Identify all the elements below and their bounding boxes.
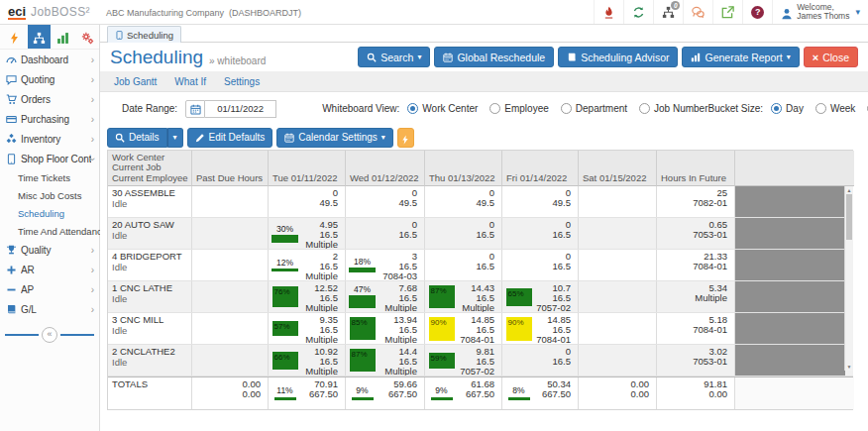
sidebar-item-quoting[interactable]: Quoting› <box>0 69 99 89</box>
date-range-input[interactable] <box>205 100 276 118</box>
day-cell[interactable]: 12%216.5Multiple <box>269 250 346 280</box>
day-cell[interactable]: 016.5 <box>425 218 502 249</box>
day-cell[interactable]: 66%10.9216.5Multiple <box>269 345 346 376</box>
day-cell[interactable] <box>579 186 657 217</box>
scroll-up-arrow[interactable]: ▲ <box>847 186 852 194</box>
day-cell[interactable]: 90%14.8516.57084-01 <box>502 313 579 344</box>
day-cell[interactable]: 57%9.3516.5Multiple <box>269 313 346 344</box>
day-cell[interactable]: 59%9.8116.57057-02 <box>425 345 502 376</box>
day-cell[interactable]: 016.5 <box>502 345 579 376</box>
day-cell[interactable]: 47%7.6816.5Multiple <box>346 281 425 312</box>
work-center-cell[interactable]: 30 ASSEMBLEIdle <box>108 186 192 217</box>
external-link-icon[interactable] <box>712 0 742 24</box>
global-reschedule-button[interactable]: Global Reschedule <box>434 47 554 67</box>
tab-scheduling[interactable]: Scheduling <box>107 26 181 43</box>
help-icon[interactable]: ? <box>742 0 772 24</box>
view-radio-employee[interactable]: Employee <box>489 103 548 114</box>
sidebar-item-orders[interactable]: Orders› <box>0 89 99 109</box>
day-cell[interactable]: 9%59.66667.50 <box>346 377 425 409</box>
refresh-icon[interactable] <box>623 0 653 24</box>
vertical-scrollbar[interactable]: ▲▼ <box>844 186 853 371</box>
bucket-radio-day[interactable]: Day <box>771 103 804 114</box>
subnav-link-job-gantt[interactable]: Job Gantt <box>114 76 157 87</box>
sidebar-subitem-time-and-attendance[interactable]: Time And Attendance <box>0 222 99 240</box>
sidebar-item-inventory[interactable]: Inventory› <box>0 129 99 149</box>
scrollbar-thumb[interactable] <box>846 194 852 240</box>
details-dropdown-button[interactable]: ▾ <box>167 128 183 148</box>
day-cell[interactable]: 049.5 <box>425 186 502 217</box>
day-cell[interactable] <box>579 218 657 249</box>
app-tab-quick-actions[interactable] <box>3 25 26 49</box>
load-percent-label: 87% <box>352 350 368 359</box>
day-cell[interactable]: 016.5 <box>425 250 502 280</box>
close-button[interactable]: × Close <box>804 47 858 67</box>
scheduling-advisor-button[interactable]: Scheduling Advisor <box>558 47 678 67</box>
lightning-button[interactable] <box>397 128 414 148</box>
day-cell[interactable]: 8%50.34667.50 <box>502 377 579 409</box>
day-cell[interactable]: 30%4.9516.5Multiple <box>269 218 346 249</box>
chat-icon[interactable] <box>683 0 712 24</box>
sidebar-item-label: Quoting <box>21 74 91 85</box>
subnav-link-what-if[interactable]: What If <box>174 76 206 87</box>
work-center-cell[interactable]: 2 CNCLATHE2Idle <box>108 345 192 376</box>
generate-report-button[interactable]: Generate Report ▾ <box>682 47 799 67</box>
calendar-settings-button[interactable]: Calendar Settings ▾ <box>276 128 393 148</box>
search-button[interactable]: Search ▾ <box>358 47 430 67</box>
day-cell[interactable]: 65%10.716.57057-02 <box>502 281 579 312</box>
sidebar-subitem-misc-job-costs[interactable]: Misc Job Costs <box>0 186 99 204</box>
day-cell[interactable]: 016.5 <box>346 218 425 249</box>
sidebar-item-dashboard[interactable]: Dashboard› <box>0 50 99 69</box>
sidebar-item-purchasing[interactable]: Purchasing› <box>0 109 99 129</box>
bucket-size-label: Bucket Size: <box>708 103 764 114</box>
day-cell[interactable] <box>579 345 657 376</box>
bucket-radio-week[interactable]: Week <box>815 103 855 114</box>
sidebar-item-ar[interactable]: AR› <box>0 260 99 279</box>
day-cell[interactable]: 85%13.9416.5Multiple <box>346 313 425 344</box>
day-cell[interactable]: 0.000.00 <box>579 377 657 409</box>
day-cell[interactable]: 049.5 <box>502 186 579 217</box>
load-percent-label: 85% <box>352 318 368 327</box>
bar-chart-icon <box>56 31 69 44</box>
user-menu[interactable]: Welcome,James Thoms ▾ <box>772 0 868 24</box>
day-cell[interactable]: 11%70.91667.50 <box>269 377 346 409</box>
day-cell[interactable]: 87%14.4316.5Multiple <box>425 281 502 312</box>
sidebar-item-ap[interactable]: AP› <box>0 279 99 299</box>
day-cell[interactable]: 76%12.5216.5Multiple <box>269 281 346 312</box>
day-cell[interactable]: 9%61.68667.50 <box>425 377 502 409</box>
date-picker-button[interactable] <box>185 100 205 118</box>
sidebar-item-quality[interactable]: Quality› <box>0 240 99 260</box>
sidebar-subitem-time-tickets[interactable]: Time Tickets <box>0 168 99 186</box>
load-bar-zone <box>502 186 535 217</box>
day-cell[interactable]: 016.5 <box>502 218 579 249</box>
subnav-link-settings[interactable]: Settings <box>224 76 260 87</box>
work-center-cell[interactable]: 20 AUTO SAWIdle <box>108 218 192 249</box>
app-tab-reports[interactable] <box>53 25 75 49</box>
work-center-cell[interactable]: 3 CNC MILLIdle <box>108 313 192 344</box>
day-cell[interactable]: 90%14.8516.57084-01 <box>425 313 502 344</box>
sidebar-collapse-button[interactable]: « <box>42 327 57 343</box>
view-radio-department[interactable]: Department <box>561 103 627 114</box>
org-chart-icon[interactable]: 0 <box>653 0 683 24</box>
day-cell[interactable] <box>579 250 657 280</box>
day-cell[interactable]: 016.5 <box>502 250 579 280</box>
sidebar-item-g-l[interactable]: G/L› <box>0 299 99 319</box>
app-tab-modules[interactable] <box>28 25 51 49</box>
sidebar-item-shop-floor-control[interactable]: Shop Floor Control› <box>0 149 99 168</box>
day-cell[interactable]: 87%14.416.5Multiple <box>346 345 425 376</box>
edit-defaults-button[interactable]: Edit Defaults <box>187 128 273 148</box>
app-tab-system-settings[interactable] <box>76 25 99 49</box>
top-icon-bar: 0 ? Welcome,James Thoms ▾ <box>594 0 868 24</box>
hot-list-flame-icon[interactable] <box>594 0 623 24</box>
view-radio-work-center[interactable]: Work Center <box>407 103 478 114</box>
details-button[interactable]: Details <box>107 128 167 148</box>
view-radio-job-number[interactable]: Job Number <box>639 103 707 114</box>
work-center-cell[interactable]: 1 CNC LATHEIdle <box>108 281 192 312</box>
scroll-down-arrow[interactable]: ▼ <box>847 363 852 371</box>
day-cell[interactable]: 18%316.57084-03 <box>346 250 425 280</box>
day-cell[interactable]: 049.5 <box>346 186 425 217</box>
day-cell[interactable] <box>579 281 657 312</box>
sidebar-subitem-scheduling[interactable]: Scheduling <box>0 204 99 222</box>
day-cell[interactable] <box>579 313 657 344</box>
day-cell[interactable]: 049.5 <box>269 186 346 217</box>
work-center-cell[interactable]: 4 BRIDGEPORTIdle <box>108 250 192 280</box>
